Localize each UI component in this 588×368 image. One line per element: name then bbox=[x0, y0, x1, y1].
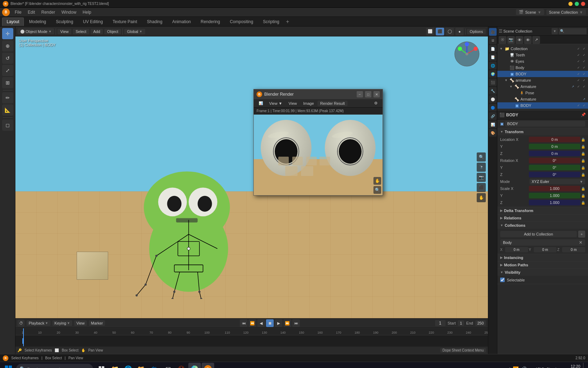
edge-button[interactable]: 🌐 bbox=[122, 363, 134, 368]
timeline-icon[interactable]: ⏱ bbox=[18, 320, 24, 327]
tool-transform[interactable]: ⊞ bbox=[2, 77, 13, 88]
file-explorer-button[interactable]: 📁 bbox=[108, 363, 121, 368]
outliner-hide-icon[interactable]: 👁 bbox=[524, 36, 532, 44]
play-stop-button[interactable]: ⏹ bbox=[266, 319, 274, 327]
delta-transform-header[interactable]: ▶ Delta Transform bbox=[497, 207, 588, 214]
menu-window[interactable]: Window bbox=[58, 9, 79, 15]
global-selector[interactable]: Global ▼ bbox=[124, 29, 145, 34]
tool-add[interactable]: ◻ bbox=[2, 120, 13, 131]
scale-y-lock[interactable]: 🔒 bbox=[581, 194, 585, 198]
outliner-render-icon[interactable]: 📷 bbox=[507, 36, 515, 44]
tab-rendering[interactable]: Rendering bbox=[196, 18, 224, 26]
prop-output-icon[interactable]: 📄 bbox=[489, 45, 497, 53]
hand-tool-button[interactable]: ✋ bbox=[477, 193, 486, 202]
instancing-header[interactable]: ▶ Instancing bbox=[497, 254, 588, 261]
jump-back-button[interactable]: ⏪ bbox=[248, 319, 256, 327]
location-x-lock[interactable]: 🔒 bbox=[581, 138, 585, 142]
files-button[interactable]: 📂 bbox=[135, 363, 148, 368]
scale-z-lock[interactable]: 🔒 bbox=[581, 201, 585, 205]
marker-menu[interactable]: Marker bbox=[89, 320, 105, 326]
prop-world-icon[interactable]: 🌍 bbox=[489, 70, 497, 78]
start-button[interactable] bbox=[3, 363, 14, 368]
menu-render[interactable]: Render bbox=[38, 9, 58, 15]
office-button[interactable]: Ⓜ bbox=[175, 363, 188, 368]
tree-item-armature-col[interactable]: ▼ 🦴 armature ✓ ✓ bbox=[497, 77, 588, 83]
timeline-ruler-area[interactable]: 1 10 20 30 40 50 60 70 80 90 100 110 120… bbox=[15, 328, 488, 346]
menu-file[interactable]: File bbox=[12, 9, 24, 15]
task-view-button[interactable] bbox=[95, 363, 108, 368]
tree-item-body[interactable]: ⬛ Body ✓ ✓ bbox=[497, 64, 588, 71]
maximize-button[interactable] bbox=[575, 2, 579, 6]
outliner-viewport-icon[interactable]: 👁 bbox=[516, 36, 523, 44]
viewport-shading-wireframe[interactable]: ⬜ bbox=[426, 28, 434, 35]
add-to-collection-button[interactable]: Add to Collection bbox=[500, 231, 577, 237]
minimize-button[interactable] bbox=[568, 2, 573, 6]
tab-scripting[interactable]: Scripting bbox=[258, 18, 284, 26]
tool-measure[interactable]: 📐 bbox=[2, 104, 13, 116]
mode-selector[interactable]: ⬤ Object Mode ▼ bbox=[18, 28, 54, 34]
outliner-select-icon[interactable]: ↗ bbox=[532, 36, 540, 44]
location-z-lock[interactable]: 🔒 bbox=[581, 152, 585, 156]
tab-sculpting[interactable]: Sculpting bbox=[51, 18, 78, 26]
volume-icon[interactable]: 🔊 bbox=[521, 366, 527, 368]
outliner-all-icon[interactable]: ☉ bbox=[499, 36, 506, 44]
frame-end-value[interactable]: 250 bbox=[475, 320, 486, 326]
prop-data-icon[interactable]: 📊 bbox=[489, 121, 497, 128]
chrome-button[interactable]: 🌍 bbox=[188, 363, 201, 368]
rotation-z-lock[interactable]: 🔒 bbox=[581, 173, 585, 177]
visibility-header[interactable]: ▼ Visibility bbox=[497, 269, 588, 276]
tree-item-body-mesh[interactable]: ▣ BODY ✓ ✓ bbox=[497, 102, 588, 109]
tab-uv-editing[interactable]: UV Editing bbox=[78, 18, 107, 26]
prop-render-icon[interactable]: 🖥 bbox=[489, 36, 497, 44]
render-panel-icons[interactable]: ⚙ bbox=[371, 100, 380, 106]
tab-layout[interactable]: Layout bbox=[2, 18, 24, 26]
jump-forward-button[interactable]: ⏩ bbox=[284, 319, 291, 327]
tree-item-body-object[interactable]: ▣ BODY ✓ ✓ bbox=[497, 71, 588, 77]
tree-item-eyes[interactable]: 👁 Eyes ✓ ✓ bbox=[497, 58, 588, 64]
add-menu[interactable]: Add bbox=[91, 29, 103, 34]
add-workspace-button[interactable]: + bbox=[285, 19, 290, 25]
render-view-menu[interactable]: View ▼ bbox=[266, 101, 285, 106]
collection-viewport-vis[interactable]: ✓ bbox=[582, 46, 587, 51]
datetime-display[interactable]: 12:20 04/09/2021 bbox=[561, 364, 580, 368]
current-frame-display[interactable]: 1 bbox=[435, 320, 446, 326]
prop-scene-icon2[interactable]: 🌐 bbox=[489, 62, 497, 69]
viewport-shading-rendered[interactable]: ● bbox=[455, 28, 464, 35]
tab-animation[interactable]: Animation bbox=[168, 18, 195, 26]
step-back-button[interactable]: ◀ bbox=[257, 319, 265, 327]
show-desktop-button[interactable] bbox=[583, 363, 585, 368]
tool-move[interactable]: ⊕ bbox=[2, 40, 13, 52]
render-titlebar[interactable]: B Blender Render − □ ✕ bbox=[254, 89, 383, 99]
motion-paths-header[interactable]: ▶ Motion Paths bbox=[497, 261, 588, 268]
render-view-icon[interactable]: 📊 bbox=[256, 101, 266, 106]
collections-header[interactable]: ▼ Collections bbox=[497, 222, 588, 229]
render-minimize[interactable]: − bbox=[357, 91, 363, 97]
local-view-button[interactable]: ⬛ bbox=[477, 183, 486, 192]
tab-modeling[interactable]: Modeling bbox=[24, 18, 51, 26]
scene-selector[interactable]: 🎬 Scene ▼ bbox=[516, 9, 544, 15]
selectable-checkbox[interactable] bbox=[500, 278, 505, 282]
transform-section-header[interactable]: ▼ Transform bbox=[497, 128, 588, 135]
view-menu[interactable]: View bbox=[57, 29, 71, 34]
object-menu[interactable]: Object bbox=[104, 29, 121, 34]
tree-item-collection[interactable]: ▼ 📁 Collection ✓ ✓ bbox=[497, 46, 588, 52]
rotation-x-lock[interactable]: 🔒 bbox=[581, 159, 585, 163]
jump-to-end-button[interactable]: ⏭ bbox=[292, 319, 300, 327]
location-y-lock[interactable]: 🔒 bbox=[581, 145, 585, 149]
tool-scale[interactable]: ⤢ bbox=[2, 65, 13, 76]
props-pin-icon[interactable]: 📌 bbox=[581, 113, 586, 117]
render-result-tab[interactable]: Render Result bbox=[317, 101, 348, 106]
scale-x-lock[interactable]: 🔒 bbox=[581, 187, 585, 191]
zoom-out-button[interactable]: 🔭 bbox=[477, 163, 486, 172]
blender-button[interactable]: B bbox=[202, 363, 214, 368]
store-button[interactable]: 🛍 bbox=[148, 363, 161, 368]
tool-rotate[interactable]: ↺ bbox=[2, 53, 13, 64]
playback-menu[interactable]: Playback ▼ bbox=[27, 320, 50, 326]
tab-shading[interactable]: Shading bbox=[142, 18, 167, 26]
dope-sheet-menu[interactable]: Dope Sheet Context Menu bbox=[440, 348, 486, 353]
rotation-y-lock[interactable]: 🔒 bbox=[581, 166, 585, 170]
blender-menu-logo[interactable]: B bbox=[2, 8, 10, 16]
prop-constraints-icon[interactable]: 🔗 bbox=[489, 112, 497, 120]
jump-to-start-button[interactable]: ⏮ bbox=[240, 319, 247, 327]
prop-physics-icon[interactable]: 🔵 bbox=[489, 104, 497, 111]
